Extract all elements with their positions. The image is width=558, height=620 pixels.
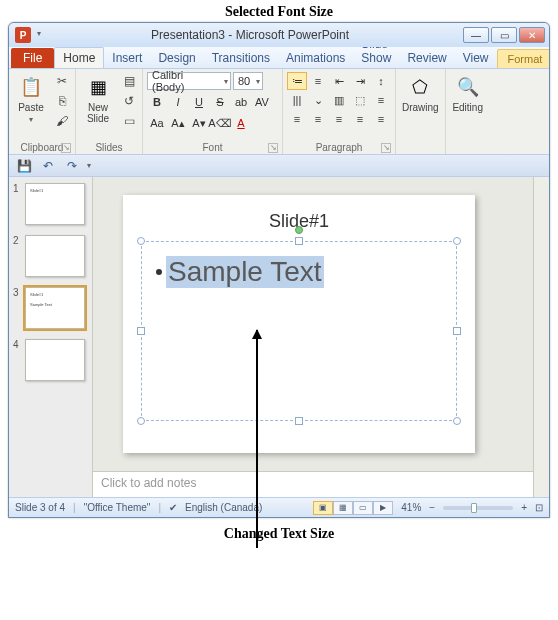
resize-handle-nw[interactable] [137, 237, 145, 245]
zoom-slider[interactable] [443, 506, 513, 510]
slide-thumbnails-pane[interactable]: 1 Slide#1 2 3 Slide#1Sample Text 4 [9, 177, 93, 497]
tab-design[interactable]: Design [150, 48, 203, 68]
font-launcher[interactable]: ↘ [268, 143, 278, 153]
resize-handle-ne[interactable] [453, 237, 461, 245]
font-name-combo[interactable]: Calibri (Body) [147, 72, 231, 90]
thumb-row-1[interactable]: 1 Slide#1 [13, 183, 88, 225]
shadow-button[interactable]: ab [231, 93, 251, 111]
notes-pane[interactable]: Click to add notes [93, 471, 533, 497]
zoom-in-button[interactable]: + [521, 502, 527, 513]
thumb-row-2[interactable]: 2 [13, 235, 88, 277]
paragraph-launcher[interactable]: ↘ [381, 143, 391, 153]
italic-button[interactable]: I [168, 93, 188, 111]
qat-customize-icon[interactable]: ▾ [37, 29, 41, 38]
strike-button[interactable]: S [210, 93, 230, 111]
paste-button[interactable]: 📋 Paste ▾ [13, 72, 49, 126]
numbering-button[interactable]: ≡ [308, 72, 328, 90]
group-label-clipboard: Clipboard↘ [13, 141, 71, 154]
zoom-out-button[interactable]: − [429, 502, 435, 513]
align-right-button[interactable]: ≡ [329, 110, 349, 128]
align-center-button[interactable]: ≡ [308, 110, 328, 128]
tab-insert[interactable]: Insert [104, 48, 150, 68]
text-align-v-button[interactable]: ≡ [371, 91, 391, 109]
status-slide-info: Slide 3 of 4 [15, 502, 65, 513]
char-spacing-button[interactable]: AV [252, 93, 272, 111]
distributed-button[interactable]: ≡ [371, 110, 391, 128]
increase-indent-button[interactable]: ⇥ [350, 72, 370, 90]
bullets-button[interactable]: ≔ [287, 72, 307, 90]
reset-icon[interactable]: ↺ [120, 92, 138, 110]
resize-handle-w[interactable] [137, 327, 145, 335]
decrease-indent-button[interactable]: ⇤ [329, 72, 349, 90]
tab-animations[interactable]: Animations [278, 48, 353, 68]
slide-canvas[interactable]: Slide#1 [123, 195, 475, 453]
resize-handle-sw[interactable] [137, 417, 145, 425]
undo-icon[interactable]: ↶ [39, 157, 57, 175]
text-direction-button[interactable]: ||| [287, 91, 307, 109]
line-spacing-button[interactable]: ↕ [371, 72, 391, 90]
selected-text[interactable]: Sample Text [166, 256, 324, 288]
tab-review[interactable]: Review [399, 48, 454, 68]
font-color-button[interactable]: A [231, 114, 251, 132]
tab-transitions[interactable]: Transitions [204, 48, 278, 68]
shrink-font-button[interactable]: A▾ [189, 114, 209, 132]
tab-home[interactable]: Home [54, 47, 104, 68]
status-language[interactable]: English (Canada) [185, 502, 262, 513]
bullet-icon [156, 269, 162, 275]
file-tab[interactable]: File [11, 48, 54, 68]
change-case-button[interactable]: Aa [147, 114, 167, 132]
powerpoint-app-icon[interactable] [15, 27, 31, 43]
restore-button[interactable]: ▭ [491, 27, 517, 43]
normal-view-button[interactable]: ▣ [313, 501, 333, 515]
bold-button[interactable]: B [147, 93, 167, 111]
clipboard-launcher[interactable]: ↘ [61, 143, 71, 153]
resize-handle-e[interactable] [453, 327, 461, 335]
format-painter-icon[interactable]: 🖌 [53, 112, 71, 130]
align-text-button[interactable]: ⌄ [308, 91, 328, 109]
save-icon[interactable]: 💾 [15, 157, 33, 175]
cut-icon[interactable]: ✂ [53, 72, 71, 90]
group-label-slides: Slides [80, 141, 138, 154]
underline-button[interactable]: U [189, 93, 209, 111]
fit-to-window-button[interactable]: ⊡ [535, 502, 543, 513]
drawing-button[interactable]: ⬠ Drawing [400, 72, 441, 115]
status-zoom-label[interactable]: 41% [401, 502, 421, 513]
new-slide-button[interactable]: ▦ New Slide [80, 72, 116, 126]
font-size-combo[interactable]: 80 [233, 72, 263, 90]
redo-icon[interactable]: ↷ [63, 157, 81, 175]
rotate-handle[interactable] [295, 226, 303, 234]
find-icon: 🔍 [455, 74, 481, 100]
clear-format-button[interactable]: A⌫ [210, 114, 230, 132]
close-button[interactable]: ✕ [519, 27, 545, 43]
reading-view-button[interactable]: ▭ [353, 501, 373, 515]
grow-font-button[interactable]: A▴ [168, 114, 188, 132]
window-title: Presentation3 - Microsoft PowerPoint [37, 28, 463, 42]
justify-button[interactable]: ≡ [350, 110, 370, 128]
sorter-view-button[interactable]: ▦ [333, 501, 353, 515]
resize-handle-se[interactable] [453, 417, 461, 425]
spellcheck-icon[interactable]: ✔ [169, 502, 177, 513]
qat-more-icon[interactable]: ▾ [87, 161, 91, 170]
section-icon[interactable]: ▭ [120, 112, 138, 130]
copy-icon[interactable]: ⎘ [53, 92, 71, 110]
columns-button[interactable]: ▥ [329, 91, 349, 109]
paste-icon: 📋 [18, 74, 44, 100]
content-placeholder[interactable]: Sample Text [141, 241, 457, 421]
tab-view[interactable]: View [455, 48, 497, 68]
vertical-scrollbar[interactable] [533, 177, 549, 497]
thumb-row-4[interactable]: 4 [13, 339, 88, 381]
editing-button[interactable]: 🔍 Editing [450, 72, 486, 115]
convert-smartart-button[interactable]: ⬚ [350, 91, 370, 109]
tab-format-context[interactable]: Format [497, 49, 550, 68]
workspace: 1 Slide#1 2 3 Slide#1Sample Text 4 [9, 177, 549, 497]
slideshow-view-button[interactable]: ▶ [373, 501, 393, 515]
align-left-button[interactable]: ≡ [287, 110, 307, 128]
resize-handle-n[interactable] [295, 237, 303, 245]
thumb-row-3[interactable]: 3 Slide#1Sample Text [13, 287, 88, 329]
group-drawing: ⬠ Drawing [396, 69, 446, 154]
minimize-button[interactable]: — [463, 27, 489, 43]
resize-handle-s[interactable] [295, 417, 303, 425]
layout-icon[interactable]: ▤ [120, 72, 138, 90]
group-editing: 🔍 Editing [446, 69, 490, 154]
slide-editor-area: Slide#1 [93, 177, 533, 497]
